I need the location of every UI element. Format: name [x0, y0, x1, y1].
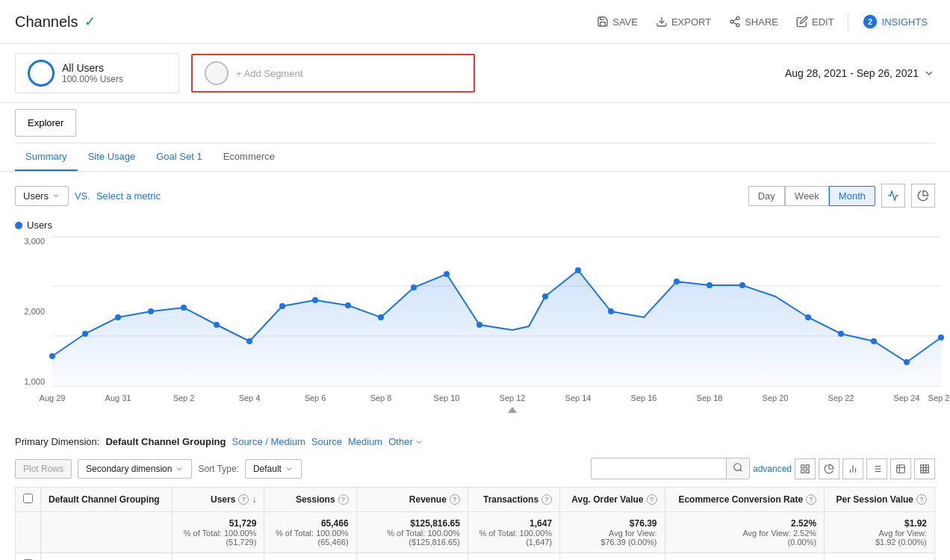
- row-checkbox-cell: [16, 553, 41, 561]
- svg-line-28: [740, 470, 742, 472]
- compare-icon: [872, 464, 882, 474]
- data-point: [115, 314, 121, 320]
- pie-view-button[interactable]: [819, 458, 839, 479]
- primary-dimension-row: Primary Dimension: Default Channel Group…: [15, 430, 935, 453]
- explorer-section: Explorer Summary Site Usage Goal Set 1 E…: [0, 103, 950, 172]
- totals-checkbox-cell: [16, 512, 41, 553]
- svg-text:Sep 2: Sep 2: [173, 393, 195, 402]
- all-users-segment[interactable]: All Users 100.00% Users: [15, 53, 179, 93]
- insights-button[interactable]: 2 INSIGHTS: [854, 9, 935, 34]
- per-session-info-icon[interactable]: ?: [916, 494, 927, 505]
- secondary-dimension-select[interactable]: Secondary dimension: [78, 459, 192, 479]
- row-revenue-cell: $125,227.27 (99.53%): [356, 553, 468, 561]
- svg-text:Sep 14: Sep 14: [565, 393, 592, 402]
- other-link[interactable]: Other: [388, 436, 413, 447]
- add-segment-button[interactable]: + Add Segment: [191, 54, 475, 93]
- export-icon: [656, 16, 668, 28]
- sub-tabs: Summary Site Usage Goal Set 1 Ecommerce: [15, 143, 935, 171]
- chevron-down-icon: [175, 464, 184, 473]
- tab-ecommerce[interactable]: Ecommerce: [213, 143, 285, 171]
- tab-site-usage[interactable]: Site Usage: [78, 143, 146, 171]
- conv-rate-info-icon[interactable]: ?: [806, 494, 816, 505]
- data-point: [181, 305, 187, 311]
- insights-icon: 2: [862, 13, 878, 30]
- edit-button[interactable]: EDIT: [789, 11, 842, 32]
- line-chart-btn[interactable]: [881, 184, 905, 208]
- header-checkbox-cell: [16, 488, 41, 512]
- source-link[interactable]: Source: [311, 436, 342, 447]
- pivot-icon: [895, 464, 906, 474]
- table-controls: Plot Rows Secondary dimension Sort Type:…: [15, 453, 935, 484]
- pivot-view-button[interactable]: [890, 458, 911, 479]
- chart-right-controls: Day Week Month: [748, 184, 935, 208]
- select-all-checkbox[interactable]: [23, 494, 33, 503]
- data-point: [542, 293, 548, 299]
- users-info-icon[interactable]: ?: [238, 494, 249, 505]
- revenue-info-icon[interactable]: ?: [450, 494, 460, 505]
- bar-icon: [848, 464, 858, 474]
- svg-text:Sep 4: Sep 4: [239, 393, 261, 402]
- col-header-revenue: Revenue ?: [356, 488, 468, 512]
- row-per-session-cell: $1.96: [825, 553, 935, 561]
- period-group: Day Week Month: [748, 186, 875, 206]
- sessions-info-icon[interactable]: ?: [338, 494, 349, 505]
- day-btn[interactable]: Day: [748, 186, 785, 206]
- select-metric-link[interactable]: Select a metric: [96, 190, 161, 202]
- bar-view-button[interactable]: [842, 458, 863, 479]
- metric-select[interactable]: Users: [15, 186, 69, 206]
- y-axis: 3,000 2,000 1,000: [15, 237, 49, 386]
- col-header-sessions: Sessions ?: [264, 488, 356, 512]
- data-point: [904, 359, 910, 365]
- col-header-per-session: Per Session Value ?: [825, 488, 935, 512]
- svg-text:2: 2: [868, 17, 872, 26]
- transactions-info-icon[interactable]: ?: [541, 494, 552, 505]
- pie-chart-btn[interactable]: [911, 184, 935, 208]
- header-actions: SAVE EXPORT SHARE EDIT 2 INSIGHTS: [589, 9, 935, 34]
- table-search-box: [591, 458, 750, 479]
- table-view-button[interactable]: [914, 458, 935, 479]
- svg-rect-29: [801, 464, 804, 467]
- pie-icon: [824, 464, 834, 474]
- svg-point-27: [734, 464, 741, 470]
- svg-rect-31: [801, 470, 804, 473]
- table-search-input[interactable]: [592, 460, 726, 478]
- pie-chart-icon: [917, 190, 929, 202]
- edit-icon: [796, 16, 808, 28]
- save-button[interactable]: SAVE: [589, 11, 645, 32]
- share-button[interactable]: SHARE: [721, 11, 786, 32]
- col-header-transactions: Transactions ?: [468, 488, 559, 512]
- svg-text:Sep 24: Sep 24: [894, 393, 920, 402]
- data-point: [411, 284, 417, 290]
- sort-type-select[interactable]: Default: [245, 459, 302, 479]
- source-medium-link[interactable]: Source / Medium: [232, 436, 305, 447]
- table-section: Primary Dimension: Default Channel Group…: [0, 430, 950, 560]
- table-right-controls: advanced: [591, 458, 935, 479]
- users-sort-icon[interactable]: ↓: [252, 494, 256, 505]
- table-search-button[interactable]: [726, 458, 749, 479]
- data-point: [871, 338, 877, 344]
- tab-goal-set[interactable]: Goal Set 1: [146, 143, 212, 171]
- data-point: [246, 338, 252, 344]
- medium-link[interactable]: Medium: [348, 436, 382, 447]
- grid-view-button[interactable]: [795, 458, 816, 479]
- svg-text:Sep 16: Sep 16: [631, 393, 657, 402]
- compare-view-button[interactable]: [866, 458, 887, 479]
- date-range-picker[interactable]: Aug 28, 2021 - Sep 26, 2021: [785, 67, 935, 79]
- chart-wrapper: 3,000 2,000 1,000: [15, 237, 935, 418]
- col-header-users: Users ? ↓: [173, 488, 264, 512]
- export-button[interactable]: EXPORT: [648, 11, 718, 32]
- tab-summary[interactable]: Summary: [15, 143, 78, 171]
- explorer-tab[interactable]: Explorer: [15, 109, 76, 137]
- svg-rect-32: [806, 470, 809, 473]
- chevron-down-icon: [52, 191, 60, 200]
- data-point: [378, 314, 384, 320]
- month-btn[interactable]: Month: [829, 186, 875, 206]
- page-title: Channels: [15, 13, 78, 31]
- data-point: [148, 308, 154, 314]
- data-point: [312, 297, 318, 303]
- advanced-link[interactable]: advanced: [753, 464, 792, 474]
- totals-conv-rate-cell: 2.52% Avg for View: 2.52% (0.00%): [665, 512, 825, 553]
- svg-text:Sep 26: Sep 26: [928, 393, 950, 402]
- week-btn[interactable]: Week: [785, 186, 829, 206]
- avg-order-info-icon[interactable]: ?: [647, 494, 657, 505]
